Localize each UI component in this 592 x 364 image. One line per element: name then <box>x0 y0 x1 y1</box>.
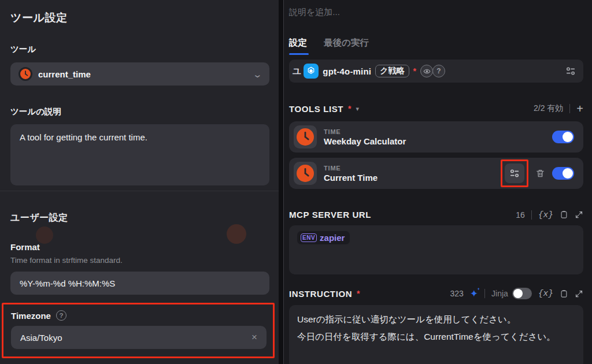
insert-variable-icon[interactable]: {x} <box>538 210 553 220</box>
timezone-label: Timezone <box>11 311 51 321</box>
user-settings-title: ユーザー設定 <box>10 212 269 224</box>
tool-icon-container <box>294 162 317 185</box>
tool-settings-sliders-icon[interactable] <box>505 164 524 183</box>
timezone-value: Asia/Tokyo <box>20 333 62 343</box>
model-selector-row[interactable]: ユ gpt-4o-mini ク戦略 * ? <box>289 60 583 83</box>
model-row-prefix-text: ユ <box>293 66 301 77</box>
expand-icon[interactable] <box>575 289 583 298</box>
mcp-server-url-title: MCP SERVER URL <box>289 210 371 220</box>
format-label: Format <box>10 242 269 252</box>
required-asterisk: * <box>357 289 360 298</box>
tool-description-label: ツールの説明 <box>10 106 269 117</box>
expand-icon[interactable] <box>575 210 583 219</box>
ai-generate-sparkle-icon[interactable]: ✦ <box>470 289 478 299</box>
tool-select-value: current_time <box>38 69 248 79</box>
model-name: gpt-4o-mini <box>323 66 371 76</box>
modal-title: ツール設定 <box>10 8 269 25</box>
instruction-char-count: 323 <box>450 289 463 298</box>
delete-tool-trash-icon[interactable] <box>535 168 545 179</box>
openai-icon <box>304 64 319 79</box>
format-hint: Time format in strftime standard. <box>10 256 269 265</box>
model-params-sliders-icon[interactable] <box>565 66 576 76</box>
required-asterisk: * <box>413 66 416 76</box>
active-tab-underline <box>289 53 309 55</box>
eye-icon[interactable] <box>420 65 433 77</box>
clock-icon <box>297 165 314 182</box>
env-tag-icon: ENV <box>301 233 317 242</box>
mcp-char-count: 16 <box>516 210 525 220</box>
instruction-header: INSTRUCTION * 323 ✦ Jinja {x} <box>289 288 583 299</box>
timezone-input[interactable]: Asia/Tokyo × <box>11 326 267 349</box>
tool-description-textarea[interactable]: A tool for getting the current time. <box>10 124 269 185</box>
jinja-label: Jinja <box>491 289 508 298</box>
panel-gap <box>279 0 283 364</box>
tab-last-run[interactable]: 最後の実行 <box>324 37 369 55</box>
tools-list-header: TOOLS LIST * ▾ 2/2 有効 + <box>289 103 583 114</box>
caret-down-icon[interactable]: ▾ <box>356 105 360 113</box>
tool-category: TIME <box>324 128 545 135</box>
tool-list-item-weekday-calculator[interactable]: TIME Weekday Calculator <box>289 121 583 153</box>
instruction-title: INSTRUCTION <box>289 289 352 299</box>
tool-name: Weekday Calculator <box>324 136 545 146</box>
tools-list-title: TOOLS LIST <box>289 104 343 114</box>
insert-variable-icon[interactable]: {x} <box>538 289 553 298</box>
tools-enabled-count: 2/2 有効 <box>534 103 563 114</box>
copy-clipboard-icon[interactable] <box>560 289 568 299</box>
tool-name: Current Time <box>324 173 496 183</box>
mcp-server-url-header: MCP SERVER URL 16 {x} <box>289 210 583 220</box>
tool-settings-highlight-box <box>501 159 528 187</box>
required-asterisk: * <box>348 104 351 113</box>
node-config-panel: 説明を追加... 設定 最後の実行 ユ gpt-4o-mini ク戦略 * ? <box>283 0 592 364</box>
timezone-highlight-box: Timezone ? Asia/Tokyo × <box>2 303 275 358</box>
strategy-badge: ク戦略 <box>375 65 409 77</box>
tool-settings-modal: ツール設定 ツール current_time ⌄ ツールの説明 A tool f… <box>0 0 279 364</box>
instruction-textarea[interactable]: Userの指示に従い適切なツールを使用してください。 今日の日付を取得する際には… <box>289 305 583 364</box>
tool-field-label: ツール <box>10 44 269 55</box>
clear-icon[interactable]: × <box>251 332 257 343</box>
divider <box>484 289 485 298</box>
jinja-toggle[interactable] <box>512 288 532 299</box>
copy-clipboard-icon[interactable] <box>560 210 568 220</box>
clock-icon <box>18 67 32 81</box>
env-variable-name: zapier <box>320 233 345 243</box>
tool-select[interactable]: current_time ⌄ <box>10 62 269 86</box>
clock-icon <box>297 128 314 146</box>
tool-icon-container <box>294 125 317 148</box>
chevron-down-icon: ⌄ <box>253 70 263 79</box>
add-tool-button[interactable]: + <box>576 103 583 114</box>
panel-tabs: 設定 最後の実行 <box>289 37 583 55</box>
divider <box>569 104 570 113</box>
format-input[interactable]: %Y-%m-%d %H:%M:%S <box>10 272 269 295</box>
divider <box>531 210 532 220</box>
help-icon[interactable]: ? <box>56 310 66 321</box>
mcp-server-url-editor[interactable]: ENV zapier <box>289 225 583 274</box>
env-variable-pill[interactable]: ENV zapier <box>297 231 350 244</box>
tool-enabled-toggle[interactable] <box>552 131 574 143</box>
tool-category: TIME <box>324 165 496 172</box>
tool-list-item-current-time[interactable]: TIME Current Time <box>289 158 583 189</box>
tool-enabled-toggle[interactable] <box>552 167 574 180</box>
node-description-input[interactable]: 説明を追加... <box>289 7 583 18</box>
question-icon[interactable]: ? <box>432 65 445 77</box>
tab-settings[interactable]: 設定 <box>289 37 309 55</box>
